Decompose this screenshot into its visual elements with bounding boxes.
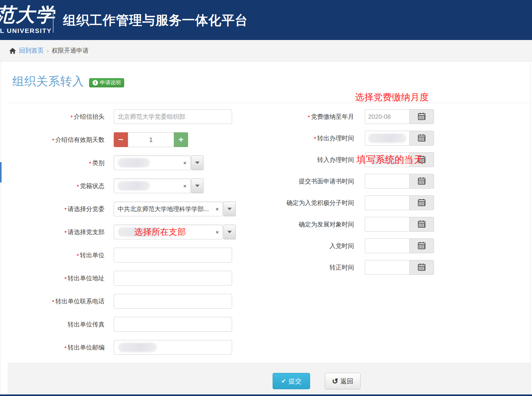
field-control bbox=[365, 260, 434, 275]
field-label-text: 转入办理时间 bbox=[317, 156, 354, 163]
date-input[interactable] bbox=[365, 174, 409, 189]
input-value: 2020-08 bbox=[368, 113, 391, 120]
field-label: *党费缴纳至年月 bbox=[234, 113, 365, 121]
date-input[interactable] bbox=[365, 260, 409, 275]
field-label: *请选择党支部 bbox=[9, 228, 114, 236]
increment-button[interactable]: + bbox=[174, 132, 188, 147]
field-control: −1+ bbox=[114, 132, 188, 147]
date-input[interactable] bbox=[365, 131, 409, 146]
form-row: *党费缴纳至年月2020-08 bbox=[234, 109, 449, 124]
date-field bbox=[365, 217, 434, 232]
field-label: 确定为入党积极分子时间 bbox=[234, 199, 365, 207]
submit-button[interactable]: ✔ 提交 bbox=[273, 373, 310, 389]
field-control bbox=[114, 317, 232, 332]
select-value-box[interactable]: × bbox=[114, 225, 223, 239]
clear-icon[interactable]: × bbox=[183, 160, 187, 166]
calendar-button[interactable] bbox=[409, 260, 434, 275]
field-label-text: 党费缴纳至年月 bbox=[311, 113, 354, 120]
text-input[interactable] bbox=[114, 317, 232, 332]
select-input: × bbox=[114, 178, 203, 193]
info-badge-button[interactable]: i 申请说明 bbox=[89, 78, 124, 87]
decrement-button[interactable]: − bbox=[114, 132, 128, 147]
clear-icon[interactable]: × bbox=[215, 229, 219, 235]
field-control bbox=[114, 294, 232, 309]
field-label-text: 转出单位联系电话 bbox=[55, 298, 104, 305]
section-divider bbox=[9, 103, 530, 103]
calendar-button[interactable] bbox=[409, 131, 434, 146]
calendar-button[interactable] bbox=[409, 217, 434, 232]
caret-down-icon bbox=[227, 208, 232, 210]
form-row: 转入办理时间填写系统的当天 bbox=[234, 152, 449, 167]
text-input[interactable] bbox=[114, 248, 232, 262]
field-label: *党籍状态 bbox=[9, 182, 114, 190]
required-asterisk: * bbox=[65, 206, 67, 213]
logo-english-text: L UNIVERSITY bbox=[0, 27, 52, 34]
breadcrumb-home-link[interactable]: 回到首页 bbox=[19, 46, 44, 55]
calendar-icon bbox=[418, 134, 426, 143]
date-input[interactable] bbox=[365, 217, 409, 232]
field-label-text: 提交书面申请书时间 bbox=[299, 178, 354, 185]
calendar-button[interactable] bbox=[409, 109, 434, 124]
date-input[interactable] bbox=[365, 195, 409, 210]
logo-chinese-text: 范大学 bbox=[0, 2, 55, 28]
required-asterisk: * bbox=[71, 114, 73, 121]
field-control bbox=[365, 195, 434, 210]
form-row: 确定为入党积极分子时间 bbox=[234, 195, 449, 210]
field-label-text: 转出单位邮编 bbox=[68, 344, 104, 351]
dropdown-toggle[interactable] bbox=[191, 155, 203, 170]
dropdown-toggle[interactable] bbox=[191, 178, 203, 193]
date-field: 2020-08 bbox=[365, 109, 434, 124]
breadcrumb-current: 权限开通申请 bbox=[52, 46, 89, 55]
form-row: *转出单位 bbox=[9, 248, 237, 262]
home-icon[interactable] bbox=[9, 48, 16, 54]
side-panel-handle[interactable] bbox=[0, 162, 2, 182]
calendar-button[interactable] bbox=[409, 195, 434, 210]
field-control: × bbox=[114, 225, 236, 239]
page-title-row: 组织关系转入 i 申请说明 bbox=[12, 75, 124, 88]
form-row: *转出单位地址 bbox=[9, 271, 237, 286]
clear-icon[interactable]: × bbox=[215, 206, 219, 212]
required-asterisk: * bbox=[65, 276, 67, 282]
form-row: *转出办理时间 bbox=[234, 131, 449, 146]
text-input[interactable] bbox=[114, 294, 232, 309]
form-row: 提交书面申请书时间 bbox=[234, 174, 449, 189]
calendar-icon bbox=[418, 263, 426, 272]
field-control bbox=[114, 271, 232, 286]
form-row: 转出单位传真 bbox=[9, 317, 237, 332]
redacted-value bbox=[368, 155, 406, 164]
date-field bbox=[365, 260, 434, 275]
calendar-button[interactable] bbox=[409, 174, 434, 189]
back-button[interactable]: ↺ 返回 bbox=[325, 373, 361, 389]
required-asterisk: * bbox=[52, 299, 54, 305]
form-row: 入党时间 bbox=[234, 238, 449, 253]
form-row: *请选择分党委中共北京师范大学地理科学学部...× bbox=[9, 202, 237, 216]
select-value-box[interactable]: × bbox=[114, 178, 191, 193]
date-input[interactable] bbox=[365, 238, 409, 253]
field-label-text: 请选择分党委 bbox=[68, 206, 104, 212]
calendar-button[interactable] bbox=[409, 152, 434, 167]
text-input[interactable]: 北京师范大学党委组织部 bbox=[114, 109, 232, 124]
page-border-left bbox=[1, 62, 1, 395]
calendar-icon bbox=[418, 112, 426, 121]
select-input: 中共北京师范大学地理科学学部...× bbox=[114, 202, 236, 216]
select-value-box[interactable]: × bbox=[114, 155, 191, 170]
clear-icon[interactable]: × bbox=[183, 183, 187, 189]
date-input[interactable] bbox=[365, 152, 409, 167]
page-title: 组织关系转入 bbox=[12, 75, 84, 88]
select-value-box[interactable]: 中共北京师范大学地理科学学部...× bbox=[114, 202, 223, 216]
field-control bbox=[365, 152, 434, 167]
field-label: *转出单位联系电话 bbox=[9, 297, 114, 306]
field-label-text: 党籍状态 bbox=[80, 182, 104, 189]
text-input[interactable] bbox=[114, 340, 232, 355]
info-badge-label: 申请说明 bbox=[100, 79, 121, 86]
number-input[interactable]: 1 bbox=[128, 132, 174, 147]
field-label-text: 转出单位 bbox=[80, 252, 104, 258]
form-footer: ✔ 提交 ↺ 返回 bbox=[8, 363, 530, 395]
date-input[interactable]: 2020-08 bbox=[365, 109, 409, 124]
text-input[interactable] bbox=[114, 271, 232, 286]
form-row: *介绍信抬头北京师范大学党委组织部 bbox=[9, 109, 237, 124]
calendar-button[interactable] bbox=[409, 238, 434, 253]
redacted-value bbox=[118, 343, 157, 352]
date-field bbox=[365, 174, 434, 189]
form-row: 确定为发展对象时间 bbox=[234, 217, 449, 232]
